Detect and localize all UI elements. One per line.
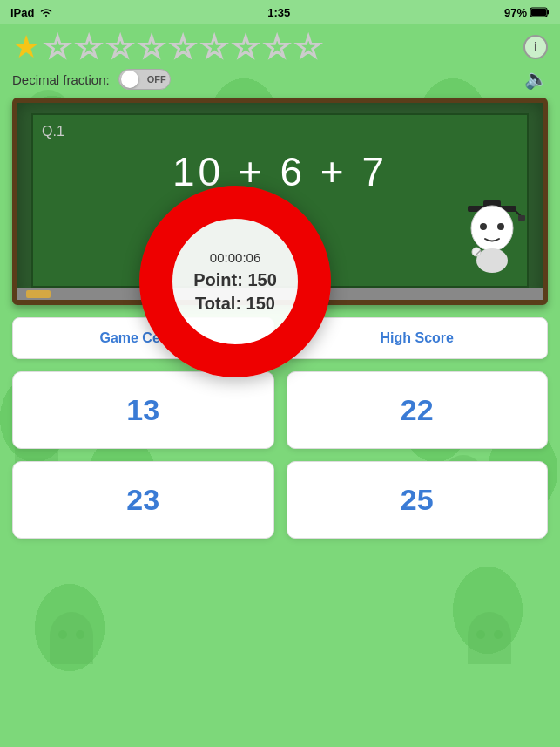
decimal-label: Decimal fraction: <box>12 72 110 87</box>
answer-btn-1[interactable]: 22 <box>287 371 549 449</box>
star-9[interactable]: ☆ <box>263 31 291 63</box>
decimal-row: Decimal fraction: OFF 🔈 <box>12 66 548 98</box>
graduate-svg <box>459 195 529 274</box>
result-overlay: 00:00:06 Point: 150 Total: 150 <box>139 186 331 377</box>
question-label: Q.1 <box>42 124 518 139</box>
status-right: 97% <box>504 6 550 19</box>
red-ring: 00:00:06 Point: 150 Total: 150 <box>139 186 331 377</box>
result-time: 00:00:06 <box>210 250 260 265</box>
status-time: 1:35 <box>267 6 290 19</box>
star-7[interactable]: ☆ <box>200 31 228 63</box>
svg-rect-34 <box>531 9 546 16</box>
volume-icon[interactable]: 🔈 <box>524 68 548 91</box>
svg-point-40 <box>480 223 487 230</box>
status-left: iPad <box>10 6 53 19</box>
answer-btn-2[interactable]: 23 <box>12 461 274 539</box>
star-3[interactable]: ☆ <box>75 31 103 63</box>
status-bar: iPad 1:35 97% <box>0 0 560 24</box>
svg-point-39 <box>471 206 513 251</box>
svg-rect-38 <box>518 215 525 221</box>
star-2[interactable]: ☆ <box>44 31 71 63</box>
decimal-toggle[interactable]: OFF <box>118 69 171 90</box>
svg-point-41 <box>497 223 504 230</box>
toggle-knob <box>121 71 138 88</box>
toggle-text: OFF <box>147 74 166 85</box>
star-8[interactable]: ☆ <box>232 31 260 63</box>
star-10[interactable]: ☆ <box>294 31 322 63</box>
wifi-icon <box>39 7 53 17</box>
svg-point-26 <box>58 630 67 639</box>
svg-point-31 <box>494 630 503 639</box>
answer-grid: 13 22 23 25 <box>12 371 548 539</box>
svg-point-27 <box>76 630 84 639</box>
graduate-character <box>459 195 529 282</box>
answer-btn-0[interactable]: 13 <box>12 371 274 449</box>
stars-row: ★ ☆ ☆ ☆ ☆ ☆ ☆ ☆ ☆ ☆ i <box>12 24 548 66</box>
info-button[interactable]: i <box>523 35 548 59</box>
battery-icon <box>530 7 550 17</box>
star-1[interactable]: ★ <box>12 31 40 63</box>
star-6[interactable]: ☆ <box>169 31 197 63</box>
svg-point-30 <box>476 630 485 639</box>
star-4[interactable]: ☆ <box>106 31 134 63</box>
svg-rect-29 <box>468 636 511 664</box>
svg-rect-25 <box>50 636 93 664</box>
device-name: iPad <box>10 6 34 19</box>
chalk-piece <box>26 290 51 298</box>
svg-rect-33 <box>547 10 549 15</box>
answer-btn-3[interactable]: 25 <box>287 461 549 539</box>
star-5[interactable]: ☆ <box>138 31 165 63</box>
main-content: ★ ☆ ☆ ☆ ☆ ☆ ☆ ☆ ☆ ☆ i Decimal fraction: … <box>0 24 560 539</box>
battery-pct: 97% <box>504 6 527 19</box>
stars-container: ★ ☆ ☆ ☆ ☆ ☆ ☆ ☆ ☆ ☆ <box>12 31 322 63</box>
result-total: Total: 150 <box>195 294 275 314</box>
result-point: Point: 150 <box>193 270 277 290</box>
